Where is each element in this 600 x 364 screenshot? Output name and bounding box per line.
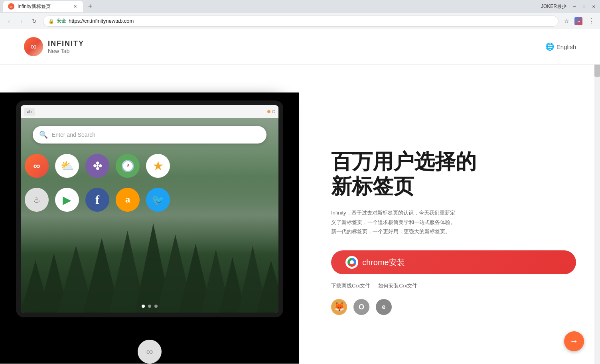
left-panel: ab	[0, 92, 299, 364]
opera-icon[interactable]: O	[353, 299, 369, 315]
title-bar-left: ∞ Infinity新标签页 ✕ +	[3, 1, 96, 12]
hero-title-line2: 新标签页	[331, 175, 414, 198]
title-bar-right: JOKER最少 ─ □ ✕	[541, 3, 597, 10]
pagination-dots	[142, 305, 158, 308]
app-icon-star[interactable]: ★	[146, 154, 170, 178]
hero-title-line1: 百万用户选择的	[331, 150, 476, 173]
tab-favicon: ∞	[8, 3, 14, 10]
forward-button[interactable]: ›	[16, 16, 27, 27]
app-icon-steam[interactable]: ♨	[25, 188, 49, 212]
dot-menu	[272, 110, 275, 113]
bottom-logo: ∞	[138, 340, 162, 364]
window-controls: ─ □ ✕	[571, 3, 597, 10]
page-dot-2[interactable]	[148, 305, 151, 308]
scroll-icon: →	[570, 336, 578, 346]
active-tab[interactable]: ∞ Infinity新标签页 ✕	[3, 1, 83, 12]
tablet-screen: ab	[21, 105, 278, 313]
minimize-button[interactable]: ─	[571, 3, 578, 10]
secure-label: 安全	[57, 18, 66, 24]
page-dot-1[interactable]	[142, 305, 145, 308]
refresh-button[interactable]: ↻	[29, 16, 40, 27]
app-icon-play[interactable]: ▶	[55, 188, 79, 212]
device-mockup: ab	[0, 100, 299, 364]
logo-area: ∞ INFINITY New Tab	[24, 37, 84, 56]
url-text: https://cn.infinitynewtab.com	[69, 18, 553, 24]
install-button[interactable]: chrome安装	[331, 250, 576, 274]
title-bar: ∞ Infinity新标签页 ✕ + JOKER最少 ─ □ ✕	[0, 0, 600, 13]
chrome-icon	[345, 256, 358, 269]
hero-description: Infinity，基于过去对新标签页的认识，今天我们重新定义了新标签页，一个追求…	[331, 208, 459, 236]
tablet-frame: ab	[16, 100, 283, 317]
url-actions: ☆ ∞	[562, 16, 582, 26]
chrome-circle	[347, 258, 356, 267]
site-header: ∞ INFINITY New Tab 🌐 English	[0, 29, 600, 65]
url-bar[interactable]: 🔒 安全 https://cn.infinitynewtab.com	[43, 16, 559, 27]
app-icons-row2: ♨ ▶ f a 🐦	[25, 188, 170, 212]
back-button[interactable]: ‹	[3, 16, 14, 27]
close-button[interactable]: ✕	[590, 3, 597, 10]
app-icon-clock[interactable]: 🕐	[116, 154, 140, 178]
tablet-scene: 🔍 Enter and Search ∞ ⛅	[21, 118, 278, 313]
scroll-button[interactable]: →	[564, 331, 584, 351]
tablet-dots	[267, 110, 275, 113]
maximize-button[interactable]: □	[581, 3, 587, 10]
logo-symbol: ∞	[30, 41, 37, 52]
install-label: chrome安装	[362, 257, 405, 268]
address-bar: ‹ › ↻ 🔒 安全 https://cn.infinitynewtab.com…	[0, 13, 600, 29]
chrome-extension-icon[interactable]: ∞	[574, 17, 582, 25]
crx-install-link[interactable]: 如何安装Crx文件	[378, 282, 417, 289]
tablet-search-placeholder: Enter and Search	[52, 132, 95, 138]
bookmark-button[interactable]: ☆	[562, 16, 571, 26]
tablet-search-icon: 🔍	[39, 130, 48, 139]
username-label: JOKER最少	[541, 3, 566, 10]
dot-orange	[267, 110, 270, 113]
logo-icon: ∞	[24, 37, 43, 56]
tab-close-button[interactable]: ✕	[72, 3, 78, 10]
page-dot-3[interactable]	[154, 305, 158, 308]
new-tab-button[interactable]: +	[85, 1, 96, 12]
brand-sub: New Tab	[48, 48, 84, 54]
nav-buttons: ‹ › ↻	[3, 16, 40, 27]
main-content: ab	[0, 92, 600, 364]
tab-title: Infinity新标签页	[18, 3, 51, 10]
firefox-icon[interactable]: 🦊	[331, 299, 347, 315]
brand-name: INFINITY	[48, 39, 84, 48]
app-icon-infinity[interactable]: ∞	[25, 154, 49, 178]
app-icon-twitter[interactable]: 🐦	[146, 188, 170, 212]
language-label: English	[557, 43, 576, 50]
app-icon-clover[interactable]: ✤	[85, 154, 109, 178]
right-panel: 百万用户选择的 新标签页 Infinity，基于过去对新标签页的认识，今天我们重…	[299, 92, 600, 364]
tablet-search-bar[interactable]: 🔍 Enter and Search	[33, 126, 266, 144]
scrollbar[interactable]	[594, 29, 600, 364]
language-selector[interactable]: 🌐 English	[545, 42, 576, 51]
app-icons-row1: ∞ ⛅ ✤ 🕐 ★	[25, 154, 170, 178]
logo-text: INFINITY New Tab	[48, 39, 84, 54]
crx-download-link[interactable]: 下载离线Crx文件	[331, 282, 370, 289]
crx-links: 下载离线Crx文件 如何安装Crx文件	[331, 282, 576, 289]
tablet-tab: ab	[24, 108, 35, 116]
app-icon-facebook[interactable]: f	[85, 188, 109, 212]
globe-icon: 🌐	[545, 42, 554, 51]
hero-title: 百万用户选择的 新标签页	[331, 149, 576, 199]
edge-icon[interactable]: e	[376, 299, 392, 315]
secure-icon: 🔒	[48, 18, 54, 24]
app-icon-weather[interactable]: ⛅	[55, 154, 79, 178]
chrome-menu-button[interactable]: ⋮	[586, 16, 597, 27]
tablet-top-bar: ab	[21, 105, 278, 118]
app-icon-amazon[interactable]: a	[116, 188, 140, 212]
browser-icons: 🦊 O e	[331, 299, 576, 315]
